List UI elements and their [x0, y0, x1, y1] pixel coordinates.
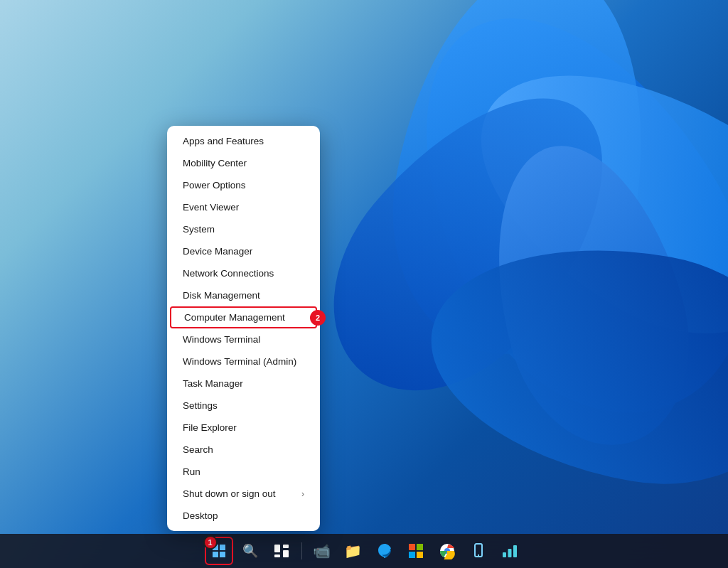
- svg-rect-0: [274, 545, 280, 552]
- menu-item-mobility-center[interactable]: Mobility Center: [167, 152, 320, 174]
- edge-icon: [376, 542, 393, 559]
- menu-item-windows-terminal[interactable]: Windows Terminal: [167, 328, 320, 350]
- menu-item-device-manager[interactable]: Device Manager: [167, 240, 320, 262]
- menu-item-shut-down[interactable]: Shut down or sign out ›: [167, 483, 320, 505]
- svg-rect-5: [417, 544, 423, 550]
- taskbar: 1 🔍 📹: [0, 534, 728, 568]
- menu-item-search[interactable]: Search: [167, 439, 320, 461]
- zoom-icon: 📹: [313, 542, 331, 559]
- svg-rect-2: [274, 554, 280, 557]
- start-badge: 1: [203, 535, 218, 550]
- svg-rect-12: [503, 552, 506, 557]
- chrome-icon: [439, 542, 456, 559]
- network-manager-button[interactable]: [496, 537, 524, 565]
- phone-link-icon: [470, 542, 487, 559]
- menu-item-event-viewer[interactable]: Event Viewer: [167, 196, 320, 218]
- menu-item-disk-management[interactable]: Disk Management: [167, 284, 320, 306]
- task-view-button[interactable]: [267, 537, 296, 565]
- shut-down-chevron: ›: [301, 489, 304, 499]
- network-manager-icon: [501, 542, 518, 559]
- menu-item-settings[interactable]: Settings: [167, 395, 320, 417]
- menu-item-apps-features[interactable]: Apps and Features: [167, 130, 320, 152]
- menu-item-file-explorer[interactable]: File Explorer: [167, 417, 320, 439]
- menu-item-power-options[interactable]: Power Options: [167, 174, 320, 196]
- zoom-button[interactable]: 📹: [308, 537, 336, 565]
- menu-item-windows-terminal-admin[interactable]: Windows Terminal (Admin): [167, 350, 320, 373]
- svg-rect-13: [508, 549, 511, 557]
- wallpaper-decoration: [252, 0, 728, 568]
- svg-rect-1: [283, 545, 289, 548]
- context-menu: Apps and Features Mobility Center Power …: [167, 126, 320, 531]
- chrome-button[interactable]: [433, 537, 461, 565]
- menu-item-computer-management[interactable]: Computer Management 2: [170, 306, 317, 328]
- menu-item-network-connections[interactable]: Network Connections: [167, 262, 320, 284]
- svg-rect-6: [409, 552, 415, 558]
- menu-item-desktop[interactable]: Desktop: [167, 505, 320, 527]
- svg-rect-4: [409, 544, 415, 550]
- taskbar-center: 1 🔍 📹: [205, 537, 524, 565]
- menu-item-system[interactable]: System: [167, 218, 320, 240]
- store-button[interactable]: [402, 537, 430, 565]
- taskbar-divider-1: [301, 542, 302, 559]
- computer-management-badge: 2: [310, 310, 326, 326]
- edge-button[interactable]: [370, 537, 399, 565]
- start-button[interactable]: 1: [205, 537, 233, 565]
- svg-rect-7: [417, 552, 423, 558]
- search-icon: 🔍: [242, 543, 258, 559]
- menu-item-run[interactable]: Run: [167, 461, 320, 483]
- file-explorer-icon: 📁: [344, 542, 362, 559]
- svg-rect-3: [283, 550, 289, 557]
- file-explorer-button[interactable]: 📁: [339, 537, 368, 565]
- search-button[interactable]: 🔍: [236, 537, 264, 565]
- desktop: Apps and Features Mobility Center Power …: [0, 0, 728, 568]
- store-icon: [407, 542, 424, 559]
- phone-link-button[interactable]: [464, 537, 493, 565]
- svg-rect-14: [513, 545, 517, 557]
- menu-item-task-manager[interactable]: Task Manager: [167, 373, 320, 395]
- task-view-icon: [273, 542, 290, 559]
